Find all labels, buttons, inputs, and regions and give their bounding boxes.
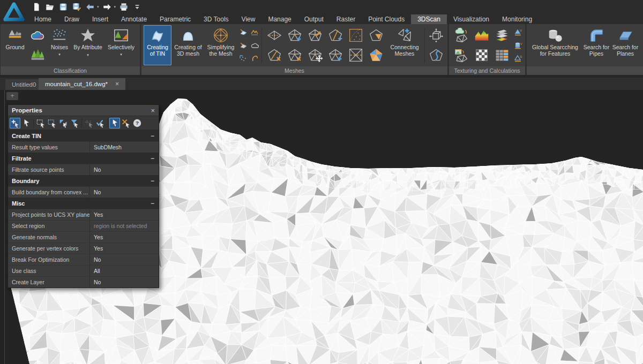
- ptb-delete-button[interactable]: [121, 118, 131, 128]
- cone-v-button[interactable]: V: [513, 27, 523, 37]
- property-section-header[interactable]: Boundary−: [8, 175, 159, 186]
- ribbon-tab-manage[interactable]: Manage: [261, 14, 297, 24]
- save-all-button[interactable]: [71, 2, 82, 12]
- property-value[interactable]: No: [89, 187, 159, 198]
- ptb-help-button[interactable]: ?: [132, 118, 143, 128]
- terrain-patch-button[interactable]: [346, 26, 365, 45]
- trees-green-button[interactable]: [28, 46, 47, 64]
- close-tab-icon[interactable]: ×: [115, 78, 119, 90]
- connect-mesh-button[interactable]: Connecting Meshes: [387, 25, 422, 65]
- collapse-icon[interactable]: −: [151, 132, 154, 140]
- ribbon-tab-output[interactable]: Output: [298, 14, 330, 24]
- ribbon-tab-home[interactable]: Home: [28, 14, 58, 24]
- redo-button[interactable]: [102, 2, 113, 12]
- ptb-invert-button[interactable]: [58, 118, 69, 128]
- mesh-flip-button[interactable]: [264, 26, 284, 45]
- property-value[interactable]: No: [89, 164, 159, 175]
- property-section-header[interactable]: Create TIN−: [8, 130, 159, 141]
- close-panel-icon[interactable]: ×: [151, 107, 155, 115]
- mesh-del-diag-button[interactable]: [264, 46, 284, 65]
- dropdown-caret-icon[interactable]: ▾: [114, 5, 116, 9]
- ribbon-tab-draw[interactable]: Draw: [58, 14, 86, 24]
- layers-stack-button[interactable]: [492, 26, 512, 45]
- pipe-elbow-button[interactable]: Search for Pipes: [582, 25, 610, 65]
- mesh-curve-button[interactable]: [427, 46, 445, 64]
- ribbon-tab-3dscan[interactable]: 3DScan: [411, 14, 447, 24]
- mesh-face-button[interactable]: [366, 26, 386, 45]
- ribbon-tab-point-clouds[interactable]: Point Clouds: [362, 14, 411, 24]
- ptb-select-plus-button[interactable]: [10, 118, 20, 128]
- property-value[interactable]: All: [89, 266, 159, 276]
- noises-dots-button[interactable]: Noises▾: [48, 25, 71, 65]
- cloud-rainbow-button[interactable]: [28, 26, 47, 44]
- ribbon-tab-monitoring[interactable]: Monitoring: [496, 14, 539, 24]
- ribbon-tab-parametric[interactable]: Parametric: [153, 14, 197, 24]
- cone-s-button[interactable]: S: [513, 54, 523, 64]
- mesh-split-button[interactable]: [325, 26, 345, 45]
- property-value[interactable]: No: [89, 277, 159, 287]
- property-value[interactable]: Yes: [89, 209, 159, 220]
- ribbon-tab-annotate[interactable]: Annotate: [115, 14, 153, 24]
- star-button[interactable]: By Attribute ▾: [72, 25, 103, 65]
- dome-mesh-button[interactable]: Creating of 3D mesh: [173, 25, 204, 65]
- collapse-icon[interactable]: −: [151, 177, 154, 185]
- ptb-check-button[interactable]: [95, 118, 106, 128]
- properties-panel-header[interactable]: Properties ×: [8, 105, 159, 116]
- property-section-header[interactable]: Filtrate−: [8, 153, 159, 164]
- customize-button[interactable]: [132, 2, 143, 12]
- selectively-button[interactable]: Selectively▾: [104, 25, 138, 65]
- cube-move-button[interactable]: [427, 26, 445, 44]
- property-value[interactable]: Yes: [89, 243, 159, 254]
- new-view-tab-button[interactable]: +: [6, 92, 18, 100]
- cylinder-sphere-button[interactable]: Global Searcching for Features: [529, 25, 581, 65]
- ground-button[interactable]: Ground: [3, 25, 27, 65]
- mesh-colored-button[interactable]: [366, 46, 386, 65]
- mesh-add-face-button[interactable]: [325, 46, 345, 65]
- color-table-button[interactable]: [492, 46, 512, 65]
- flatten-gray-button[interactable]: [238, 40, 248, 50]
- ribbon-tab-insert[interactable]: Insert: [86, 14, 115, 24]
- ribbon-tab-view[interactable]: View: [235, 14, 262, 24]
- flatten-blue-button[interactable]: [238, 27, 248, 37]
- collapse-icon[interactable]: −: [151, 155, 154, 162]
- mesh-del-vertex-button[interactable]: [285, 46, 304, 65]
- undo-button[interactable]: [85, 2, 95, 12]
- mesh-move-vertex-button[interactable]: [305, 46, 325, 65]
- profile-mountain-button[interactable]: [249, 27, 259, 37]
- ptb-cursor-button[interactable]: [21, 118, 32, 128]
- dropdown-caret-icon[interactable]: ▾: [97, 5, 99, 9]
- image-to-mesh-button[interactable]: [451, 46, 471, 65]
- ptb-window-button[interactable]: [35, 118, 46, 128]
- property-value[interactable]: region is not selected: [89, 221, 159, 231]
- ribbon-tab-visualization[interactable]: Visualization: [447, 14, 496, 24]
- open-file-button[interactable]: [44, 2, 55, 12]
- document-tab-active[interactable]: mountain_cut_16.dwg* ×: [39, 78, 125, 90]
- ptb-filter-button[interactable]: [69, 118, 80, 128]
- tin-sheet-button[interactable]: Creating of TIN: [144, 25, 171, 65]
- property-section-header[interactable]: Misc−: [8, 198, 159, 209]
- new-file-button[interactable]: [31, 2, 42, 12]
- profile-cloud-button[interactable]: [249, 40, 259, 50]
- property-value[interactable]: No: [89, 254, 159, 265]
- checkerboard-button[interactable]: [472, 46, 491, 65]
- property-value[interactable]: Yes: [89, 232, 159, 242]
- save-button[interactable]: [58, 2, 69, 12]
- cylinder-v-button[interactable]: V: [513, 40, 523, 50]
- square-dashed-button[interactable]: [346, 46, 365, 65]
- plane-slab-button[interactable]: Search for Planes: [611, 25, 639, 65]
- simplify-mesh-button[interactable]: Simplifying the Mesh: [205, 25, 237, 65]
- collapse-icon[interactable]: −: [151, 200, 154, 207]
- print-button[interactable]: [118, 2, 129, 12]
- profile-hook-button[interactable]: [249, 54, 259, 64]
- mesh-add-vertex-button[interactable]: [285, 26, 304, 45]
- rainbow-mountain-button[interactable]: [472, 26, 491, 45]
- mesh-edit-button[interactable]: [305, 26, 325, 45]
- ribbon-tab-raster[interactable]: Raster: [330, 14, 362, 24]
- ptb-pointer-box-button[interactable]: [109, 118, 120, 128]
- ptb-add-one-button[interactable]: 1: [84, 118, 94, 128]
- document-tab-untitled[interactable]: Untitled0: [5, 79, 42, 90]
- app-logo-icon[interactable]: [2, 1, 26, 25]
- property-value[interactable]: SubDMesh: [89, 142, 159, 153]
- points-transform-button[interactable]: [238, 54, 248, 64]
- ptb-crossing-button[interactable]: [47, 118, 57, 128]
